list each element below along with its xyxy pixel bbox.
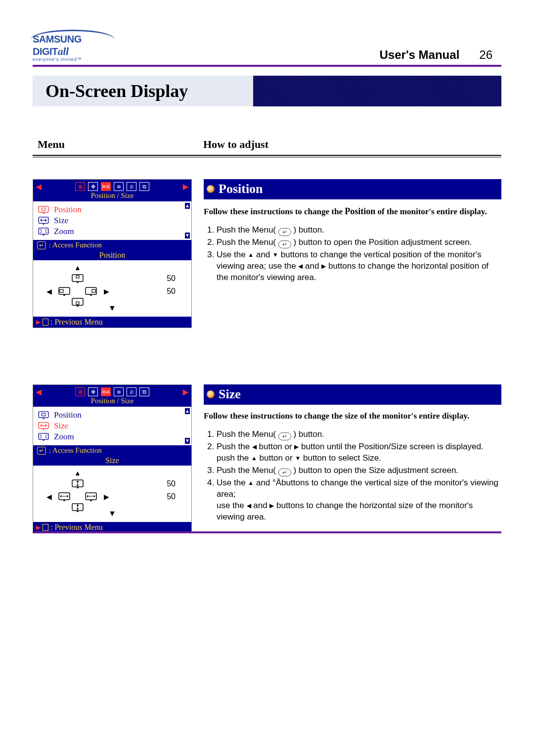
osd-tab-icon-image[interactable]: ⊞ [75,182,85,191]
osd-menu-item-zoom[interactable]: Zoom [38,431,186,442]
section-intro: Follow these instructions to change the … [204,205,501,218]
osd-scroll-down-icon[interactable]: ▼ [185,233,190,238]
osd-tab-label: Position / Size [36,397,188,406]
down-arrow-icon: ▼ [272,251,278,259]
osd-tab-icon-screen[interactable]: ≋ [114,387,124,396]
step-item: Push the Menu( ) button to open the Posi… [217,237,501,248]
enter-key-icon: ↵ [37,447,46,455]
osd-tab-icon-possize[interactable]: RGB [101,182,111,191]
colhead-howto: How to adjust [203,138,501,151]
osd-menu-item-size[interactable]: Size [38,215,186,226]
osd-tab-icon-geometry[interactable]: ✥ [88,182,98,191]
adjust-up-arrow-icon[interactable]: ▲ [74,469,81,477]
osd-access-label: : Access Function [49,446,102,455]
menu-button-icon [278,469,291,476]
osd-tab-bar: ◀ ⊞✥RGB≋⎚⧉ ▶ Position / Size [33,180,191,201]
right-arrow-icon: ▶ [321,262,326,270]
title-banner-decor [253,76,501,106]
intro-pre: Follow these instructions to change the [204,207,345,216]
adjust-v-value: 50 [167,492,182,501]
step-item: Push the ◀ button or ▶ button until the … [217,441,501,464]
osd-menu-item-position[interactable]: Position [38,204,186,215]
osd-item-icon [38,433,49,441]
enter-key-icon: ↵ [37,241,46,249]
step-item: Push the Menu( ) button. [217,429,501,440]
step-item: Use the ▲ and ▼ buttons to change the ve… [217,249,501,284]
osd-tab-icon-image[interactable]: ⊞ [75,387,85,396]
brand-swoosh-icon [31,30,115,40]
adjust-up-arrow-icon[interactable]: ▲ [74,264,81,272]
header-row: SAMSUNG DIGITall everyone's invited™ Use… [33,34,501,62]
adjust-down-arrow-icon[interactable]: ▼ [108,304,116,312]
adjust-down-screen-icon [72,503,84,512]
osd-tab-icon-info[interactable]: ⧉ [139,182,149,191]
header-divider [33,65,501,67]
osd-item-icon [38,422,49,430]
intro-keyword: Position [345,206,375,216]
page-title: On-Screen Display [45,81,188,101]
osd-prev-label: : Previous Menu [50,318,103,327]
adjust-right-arrow-icon[interactable]: ▶ [104,493,109,501]
brand-name: SAMSUNG DIGITall [33,34,112,58]
section-title: Position [219,180,263,197]
osd-scroll-up-icon[interactable]: ▲ [185,408,190,414]
colhead-divider [33,155,501,157]
osd-access-hint: ↵ : Access Function [33,240,191,250]
osd-prev-box-icon [43,319,48,326]
up-arrow-icon: ▲ [248,479,254,487]
osd-tab-prev-arrow-icon[interactable]: ◀ [36,183,42,191]
steps-list: Push the Menu( ) button.Push the Menu( )… [204,225,501,284]
osd-tab-icon-advanced[interactable]: ⎚ [127,182,136,191]
adjust-up-screen-icon [72,274,84,283]
osd-item-icon [38,411,49,419]
osd-scroll-up-icon[interactable]: ▲ [185,203,190,209]
doc-title: User's Manual [380,48,460,62]
adjust-h-value: 50 [167,274,182,283]
osd-menu-item-position[interactable]: Position [38,410,186,421]
osd-tab-next-arrow-icon[interactable]: ▶ [183,183,188,191]
adjust-down-arrow-icon[interactable]: ▼ [108,509,116,518]
osd-adjust-area: ▲ 50 ◀ ▶ 50 ▼ [33,466,191,522]
footer-divider [33,531,501,533]
osd-prev-arrow-icon: ▶ [36,319,41,326]
intro-post: of the monitor's entire display. [375,207,487,216]
osd-tab-icon-info[interactable]: ⧉ [139,387,149,396]
step-item: Push the Menu( ) button. [217,225,501,236]
osd-tab-icon-screen[interactable]: ≋ [114,182,124,191]
osd-menu: ▲ Position Size Zoom ▼ [33,407,191,445]
osd-item-label: Zoom [54,432,74,442]
osd-item-label: Size [54,421,68,431]
osd-item-label: Size [54,216,68,226]
step-item: Use the ▲ and °Äbuttons to change the ve… [217,477,501,523]
adjust-left-screen-icon [58,492,70,501]
osd-tab-bar: ◀ ⊞✥RGB≋⎚⧉ ▶ Position / Size [33,385,191,407]
adjust-left-arrow-icon[interactable]: ◀ [46,493,52,501]
osd-prev-box-icon [43,524,48,531]
osd-scroll-down-icon[interactable]: ▼ [185,438,190,444]
osd-prev-arrow-icon: ▶ [36,524,41,531]
title-banner: On-Screen Display [33,76,501,106]
osd-tab-next-arrow-icon[interactable]: ▶ [183,388,188,396]
left-arrow-icon: ◀ [247,502,251,510]
osd-tab-icon-geometry[interactable]: ✥ [88,387,98,396]
osd-tab-label: Position / Size [36,191,188,201]
bullet-ball-icon [207,390,215,398]
osd-menu-item-size[interactable]: Size [38,421,186,431]
adjust-down-screen-icon [72,298,84,307]
up-arrow-icon: ▲ [248,251,254,259]
osd-tab-icon-advanced[interactable]: ⎚ [127,387,136,396]
osd-tab-icon-possize[interactable]: RGB [101,387,111,396]
osd-tab-prev-arrow-icon[interactable]: ◀ [36,388,42,396]
osd-item-label: Position [54,410,82,420]
adjust-right-arrow-icon[interactable]: ▶ [104,287,109,295]
osd-item-label: Zoom [54,227,74,236]
menu-button-icon [278,432,291,440]
section-title-bar: Size [204,384,501,405]
page-number: 26 [479,48,492,62]
osd-menu-item-zoom[interactable]: Zoom [38,226,186,237]
menu-button-icon [278,240,291,248]
osd-adjust-area: ▲ 50 ◀ ▶ 50 ▼ [33,260,191,317]
osd-panel-size: ◀ ⊞✥RGB≋⎚⧉ ▶ Position / Size ▲ Position … [33,384,192,533]
osd-item-icon [38,228,49,236]
adjust-left-arrow-icon[interactable]: ◀ [46,287,52,295]
